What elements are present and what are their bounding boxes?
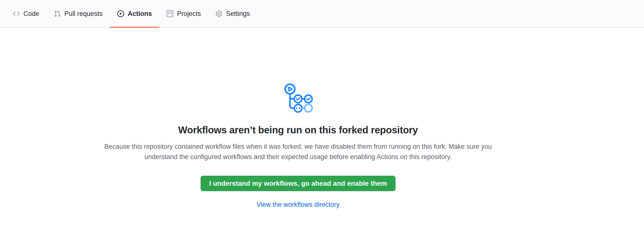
- tab-pull-requests[interactable]: Pull requests: [47, 0, 110, 28]
- project-icon: [166, 10, 174, 17]
- tab-settings[interactable]: Settings: [208, 0, 257, 28]
- tab-code[interactable]: Code: [6, 0, 47, 28]
- blankslate-title: Workflows aren’t being run on this forke…: [0, 125, 596, 136]
- gear-icon: [216, 10, 222, 17]
- workflows-link-row: View the workflows directory: [0, 201, 596, 208]
- git-pull-request-icon: [54, 10, 61, 17]
- view-workflows-directory-link[interactable]: View the workflows directory: [256, 201, 340, 208]
- blankslate-description: Because this repository contained workfl…: [95, 141, 501, 162]
- workflow-graph-icon: [284, 83, 313, 113]
- workflow-graphic: [0, 83, 596, 114]
- tab-label: Code: [24, 11, 39, 17]
- tab-label: Settings: [226, 11, 250, 17]
- actions-blankslate: Workflows aren’t being run on this forke…: [0, 83, 596, 208]
- code-icon: [13, 10, 20, 17]
- enable-workflows-button[interactable]: I understand my workflows, go ahead and …: [200, 176, 396, 191]
- enable-button-row: I understand my workflows, go ahead and …: [0, 162, 596, 191]
- tab-label: Pull requests: [64, 11, 102, 17]
- tab-label: Actions: [128, 11, 152, 17]
- tab-projects[interactable]: Projects: [159, 0, 208, 28]
- repo-tab-nav: Code Pull requests Actions Projects Sett…: [0, 0, 644, 28]
- tab-label: Projects: [177, 11, 201, 17]
- tab-actions[interactable]: Actions: [110, 0, 159, 28]
- play-icon: [117, 10, 124, 17]
